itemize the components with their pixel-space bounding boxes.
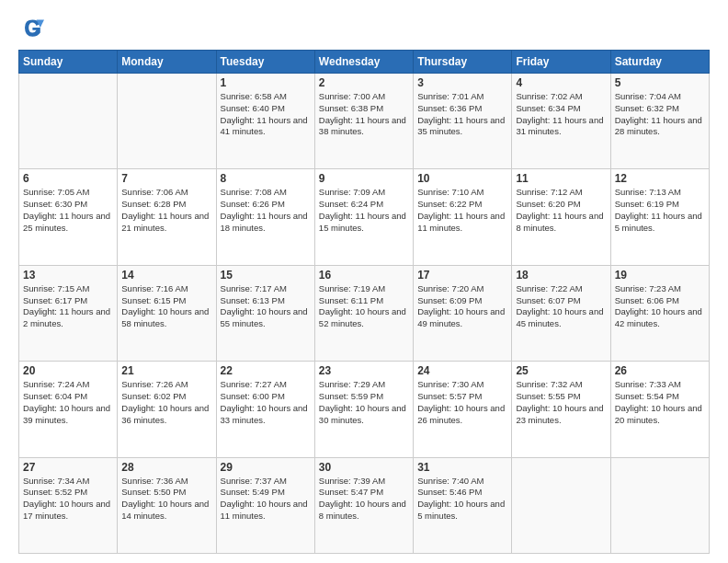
- weekday-header: Friday: [512, 51, 610, 74]
- day-info: Sunrise: 7:17 AM Sunset: 6:13 PM Dayligh…: [221, 283, 311, 330]
- day-info: Sunrise: 7:16 AM Sunset: 6:15 PM Dayligh…: [121, 283, 211, 330]
- day-info: Sunrise: 7:39 AM Sunset: 5:47 PM Dayligh…: [319, 476, 409, 523]
- logo: [18, 15, 50, 40]
- calendar-cell: 19Sunrise: 7:23 AM Sunset: 6:06 PM Dayli…: [610, 265, 709, 361]
- day-info: Sunrise: 7:05 AM Sunset: 6:30 PM Dayligh…: [23, 187, 113, 234]
- day-info: Sunrise: 7:40 AM Sunset: 5:46 PM Dayligh…: [417, 476, 507, 523]
- day-number: 6: [23, 172, 113, 185]
- weekday-header: Sunday: [19, 51, 118, 74]
- day-number: 5: [615, 76, 705, 89]
- day-info: Sunrise: 7:04 AM Sunset: 6:32 PM Dayligh…: [615, 91, 705, 138]
- day-number: 31: [417, 461, 507, 474]
- day-number: 14: [121, 269, 211, 282]
- day-info: Sunrise: 7:29 AM Sunset: 5:59 PM Dayligh…: [319, 379, 409, 426]
- day-info: Sunrise: 7:32 AM Sunset: 5:55 PM Dayligh…: [516, 379, 606, 426]
- header: [18, 15, 710, 40]
- day-number: 18: [516, 269, 606, 282]
- calendar-week-row: 20Sunrise: 7:24 AM Sunset: 6:04 PM Dayli…: [19, 362, 710, 457]
- day-number: 17: [417, 269, 507, 282]
- calendar-cell: 16Sunrise: 7:19 AM Sunset: 6:11 PM Dayli…: [314, 265, 413, 361]
- day-number: 9: [319, 172, 409, 185]
- calendar-cell: 26Sunrise: 7:33 AM Sunset: 5:54 PM Dayli…: [610, 362, 709, 457]
- day-number: 30: [319, 461, 409, 474]
- day-number: 13: [23, 269, 113, 282]
- calendar-cell: 24Sunrise: 7:30 AM Sunset: 5:57 PM Dayli…: [414, 362, 512, 457]
- calendar-cell: 27Sunrise: 7:34 AM Sunset: 5:52 PM Dayli…: [19, 457, 118, 553]
- calendar-table: SundayMondayTuesdayWednesdayThursdayFrid…: [18, 50, 710, 554]
- day-info: Sunrise: 7:24 AM Sunset: 6:04 PM Dayligh…: [23, 379, 113, 426]
- day-number: 29: [221, 461, 311, 474]
- calendar-cell: 11Sunrise: 7:12 AM Sunset: 6:20 PM Dayli…: [512, 169, 610, 265]
- calendar-cell: 21Sunrise: 7:26 AM Sunset: 6:02 PM Dayli…: [118, 362, 216, 457]
- calendar-cell: 25Sunrise: 7:32 AM Sunset: 5:55 PM Dayli…: [512, 362, 610, 457]
- calendar-cell: 9Sunrise: 7:09 AM Sunset: 6:24 PM Daylig…: [314, 169, 413, 265]
- day-number: 15: [221, 269, 311, 282]
- calendar-cell: 13Sunrise: 7:15 AM Sunset: 6:17 PM Dayli…: [19, 265, 118, 361]
- calendar-cell: 2Sunrise: 7:00 AM Sunset: 6:38 PM Daylig…: [314, 74, 413, 169]
- day-info: Sunrise: 7:19 AM Sunset: 6:11 PM Dayligh…: [319, 283, 409, 330]
- day-info: Sunrise: 7:34 AM Sunset: 5:52 PM Dayligh…: [23, 476, 113, 523]
- weekday-header: Monday: [118, 51, 216, 74]
- day-info: Sunrise: 6:58 AM Sunset: 6:40 PM Dayligh…: [221, 91, 311, 138]
- day-number: 21: [121, 364, 211, 377]
- weekday-row: SundayMondayTuesdayWednesdayThursdayFrid…: [19, 51, 710, 74]
- day-info: Sunrise: 7:13 AM Sunset: 6:19 PM Dayligh…: [615, 187, 705, 234]
- day-number: 26: [615, 364, 705, 377]
- calendar-cell: 3Sunrise: 7:01 AM Sunset: 6:36 PM Daylig…: [414, 74, 512, 169]
- page: SundayMondayTuesdayWednesdayThursdayFrid…: [0, 0, 728, 563]
- day-number: 19: [615, 269, 705, 282]
- day-info: Sunrise: 7:09 AM Sunset: 6:24 PM Dayligh…: [319, 187, 409, 234]
- calendar-week-row: 1Sunrise: 6:58 AM Sunset: 6:40 PM Daylig…: [19, 74, 710, 169]
- calendar-cell: 22Sunrise: 7:27 AM Sunset: 6:00 PM Dayli…: [216, 362, 314, 457]
- day-number: 25: [516, 364, 606, 377]
- calendar-body: 1Sunrise: 6:58 AM Sunset: 6:40 PM Daylig…: [19, 74, 710, 554]
- calendar-cell: 28Sunrise: 7:36 AM Sunset: 5:50 PM Dayli…: [118, 457, 216, 553]
- calendar-week-row: 27Sunrise: 7:34 AM Sunset: 5:52 PM Dayli…: [19, 457, 710, 553]
- calendar-cell: 23Sunrise: 7:29 AM Sunset: 5:59 PM Dayli…: [314, 362, 413, 457]
- day-number: 1: [221, 76, 311, 89]
- day-info: Sunrise: 7:08 AM Sunset: 6:26 PM Dayligh…: [221, 187, 311, 234]
- calendar-cell: 15Sunrise: 7:17 AM Sunset: 6:13 PM Dayli…: [216, 265, 314, 361]
- weekday-header: Saturday: [610, 51, 709, 74]
- day-info: Sunrise: 7:02 AM Sunset: 6:34 PM Dayligh…: [516, 91, 606, 138]
- day-info: Sunrise: 7:06 AM Sunset: 6:28 PM Dayligh…: [121, 187, 211, 234]
- day-number: 12: [615, 172, 705, 185]
- day-info: Sunrise: 7:26 AM Sunset: 6:02 PM Dayligh…: [121, 379, 211, 426]
- calendar-cell: 18Sunrise: 7:22 AM Sunset: 6:07 PM Dayli…: [512, 265, 610, 361]
- day-number: 24: [417, 364, 507, 377]
- day-info: Sunrise: 7:36 AM Sunset: 5:50 PM Dayligh…: [121, 476, 211, 523]
- day-info: Sunrise: 7:20 AM Sunset: 6:09 PM Dayligh…: [417, 283, 507, 330]
- day-info: Sunrise: 7:01 AM Sunset: 6:36 PM Dayligh…: [417, 91, 507, 138]
- day-info: Sunrise: 7:15 AM Sunset: 6:17 PM Dayligh…: [23, 283, 113, 330]
- calendar-cell: 12Sunrise: 7:13 AM Sunset: 6:19 PM Dayli…: [610, 169, 709, 265]
- day-number: 23: [319, 364, 409, 377]
- day-number: 2: [319, 76, 409, 89]
- calendar-week-row: 13Sunrise: 7:15 AM Sunset: 6:17 PM Dayli…: [19, 265, 710, 361]
- day-number: 4: [516, 76, 606, 89]
- day-info: Sunrise: 7:22 AM Sunset: 6:07 PM Dayligh…: [516, 283, 606, 330]
- day-info: Sunrise: 7:00 AM Sunset: 6:38 PM Dayligh…: [319, 91, 409, 138]
- weekday-header: Wednesday: [314, 51, 413, 74]
- day-info: Sunrise: 7:23 AM Sunset: 6:06 PM Dayligh…: [615, 283, 705, 330]
- calendar-cell: 6Sunrise: 7:05 AM Sunset: 6:30 PM Daylig…: [19, 169, 118, 265]
- calendar-cell: 31Sunrise: 7:40 AM Sunset: 5:46 PM Dayli…: [414, 457, 512, 553]
- calendar-cell: 20Sunrise: 7:24 AM Sunset: 6:04 PM Dayli…: [19, 362, 118, 457]
- calendar-cell: [512, 457, 610, 553]
- day-info: Sunrise: 7:33 AM Sunset: 5:54 PM Dayligh…: [615, 379, 705, 426]
- day-info: Sunrise: 7:27 AM Sunset: 6:00 PM Dayligh…: [221, 379, 311, 426]
- weekday-header: Thursday: [414, 51, 512, 74]
- day-number: 7: [121, 172, 211, 185]
- calendar-cell: 10Sunrise: 7:10 AM Sunset: 6:22 PM Dayli…: [414, 169, 512, 265]
- calendar-cell: 14Sunrise: 7:16 AM Sunset: 6:15 PM Dayli…: [118, 265, 216, 361]
- calendar-cell: 4Sunrise: 7:02 AM Sunset: 6:34 PM Daylig…: [512, 74, 610, 169]
- calendar-cell: 8Sunrise: 7:08 AM Sunset: 6:26 PM Daylig…: [216, 169, 314, 265]
- day-number: 8: [221, 172, 311, 185]
- calendar-cell: [19, 74, 118, 169]
- day-info: Sunrise: 7:37 AM Sunset: 5:49 PM Dayligh…: [221, 476, 311, 523]
- day-number: 10: [417, 172, 507, 185]
- calendar-cell: 7Sunrise: 7:06 AM Sunset: 6:28 PM Daylig…: [118, 169, 216, 265]
- calendar-header: SundayMondayTuesdayWednesdayThursdayFrid…: [19, 51, 710, 74]
- day-number: 27: [23, 461, 113, 474]
- calendar-week-row: 6Sunrise: 7:05 AM Sunset: 6:30 PM Daylig…: [19, 169, 710, 265]
- day-number: 22: [221, 364, 311, 377]
